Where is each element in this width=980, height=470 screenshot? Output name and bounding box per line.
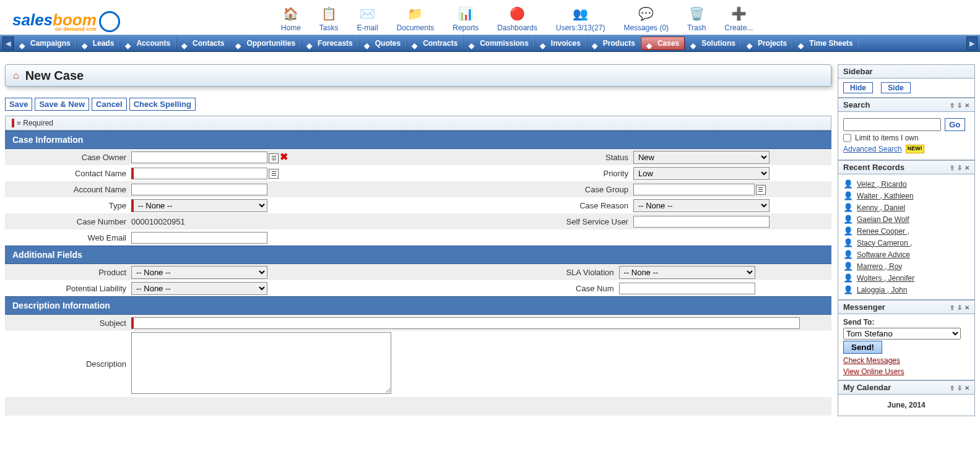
select-type[interactable]: -- None --: [131, 199, 267, 212]
check-messages-link[interactable]: Check Messages: [843, 356, 969, 365]
select-sla[interactable]: -- None --: [619, 266, 755, 279]
menubar-item-label: Cases: [657, 36, 679, 50]
clear-icon[interactable]: ✖: [280, 152, 288, 162]
input-account-name[interactable]: [131, 184, 267, 195]
input-case-owner[interactable]: [131, 152, 267, 163]
recent-record-link[interactable]: Kenny , Daniel: [857, 203, 905, 212]
textarea-description[interactable]: [131, 332, 391, 394]
nav-home[interactable]: 🏠Home: [281, 5, 301, 32]
send-button[interactable]: Send!: [843, 341, 882, 354]
menubar-item-projects[interactable]: ◆Projects: [741, 36, 792, 50]
recent-record-link[interactable]: Wolters , Jennifer: [857, 274, 914, 283]
menubar-item-accounts[interactable]: ◆Accounts: [119, 36, 176, 50]
menubar-item-time-sheets[interactable]: ◆Time Sheets: [792, 36, 858, 50]
menubar-item-campaigns[interactable]: ◆Campaigns: [14, 36, 76, 50]
input-case-num[interactable]: [619, 283, 755, 294]
save-button[interactable]: Save: [5, 98, 32, 111]
menubar-scroll-right[interactable]: ▶: [966, 36, 978, 50]
menubar-item-contracts[interactable]: ◆Contracts: [406, 36, 463, 50]
panel-up-icon[interactable]: ⇧: [950, 385, 955, 391]
panel-close-icon[interactable]: ✕: [965, 164, 969, 171]
recent-record-link[interactable]: Laloggia , John: [857, 286, 907, 294]
select-priority[interactable]: Low: [633, 167, 770, 180]
check-spelling-button[interactable]: Check Spelling: [129, 98, 196, 111]
input-web-email[interactable]: [131, 232, 267, 244]
search-input[interactable]: [843, 118, 941, 131]
panel-close-icon[interactable]: ✕: [965, 304, 969, 311]
label-contact-name: Contact Name: [5, 165, 129, 181]
nav-messages[interactable]: 💬Messages (0): [623, 5, 669, 32]
panel-pin-icon[interactable]: ⇩: [957, 385, 962, 391]
input-contact-name[interactable]: [131, 168, 267, 179]
panel-pin-icon[interactable]: ⇩: [957, 102, 962, 109]
select-case-reason[interactable]: -- None --: [633, 199, 770, 212]
nav-users[interactable]: 👥Users:3/13(27): [556, 5, 605, 32]
select-status[interactable]: New: [633, 151, 770, 164]
calendar-panel-title: My Calendar: [843, 383, 891, 392]
menubar-item-label: Commissions: [480, 36, 529, 50]
nav-documents[interactable]: 📁Documents: [397, 5, 435, 32]
panel-close-icon[interactable]: ✕: [965, 385, 969, 391]
menubar-item-label: Products: [603, 36, 635, 50]
menubar-item-leads[interactable]: ◆Leads: [76, 36, 120, 50]
menubar-item-label: Invoices: [551, 36, 581, 50]
recent-record-link[interactable]: Software Advice: [857, 250, 910, 259]
menubar-item-solutions[interactable]: ◆Solutions: [685, 36, 741, 50]
nav-trash-label: Trash: [687, 24, 706, 32]
menubar-item-forecasts[interactable]: ◆Forecasts: [301, 36, 358, 50]
menubar-item-label: Solutions: [701, 36, 735, 50]
recent-record-link[interactable]: Walter , Kathleen: [857, 192, 914, 200]
menubar-scroll-left[interactable]: ◀: [2, 36, 14, 50]
sidebar-hide-button[interactable]: Hide: [843, 82, 873, 93]
menubar-item-contacts[interactable]: ◆Contacts: [176, 36, 230, 50]
nav-create[interactable]: ➕Create...: [724, 5, 753, 32]
menubar-item-quotes[interactable]: ◆Quotes: [358, 36, 406, 50]
lookup-icon[interactable]: ☰: [269, 153, 279, 163]
panel-up-icon[interactable]: ⇧: [950, 102, 955, 109]
lookup-icon[interactable]: ☰: [756, 185, 766, 195]
panel-up-icon[interactable]: ⇧: [950, 304, 955, 311]
save-new-button[interactable]: Save & New: [35, 98, 89, 111]
menu-icon: ◆: [540, 39, 549, 48]
recent-record-link[interactable]: Gaelan De Wolf: [857, 215, 909, 224]
search-go-button[interactable]: Go: [945, 118, 965, 131]
cancel-button[interactable]: Cancel: [92, 98, 127, 111]
menu-icon: ◆: [235, 39, 244, 48]
recent-record-link[interactable]: Renee Cooper ,: [857, 227, 909, 236]
menubar-item-products[interactable]: ◆Products: [586, 36, 641, 50]
messenger-panel-header: Messenger ⇧⇩✕: [838, 300, 975, 314]
select-potential-liability[interactable]: -- None --: [131, 282, 267, 295]
select-product[interactable]: -- None --: [131, 266, 267, 279]
advanced-search-link[interactable]: Advanced Search: [843, 145, 902, 153]
logo-swirl-icon: [99, 11, 120, 32]
limit-checkbox[interactable]: [843, 134, 851, 142]
menubar-item-cases[interactable]: ◆Cases: [641, 36, 685, 50]
panel-up-icon[interactable]: ⇧: [950, 164, 955, 171]
menubar-item-invoices[interactable]: ◆Invoices: [534, 36, 586, 50]
nav-email[interactable]: ✉️E-mail: [357, 5, 378, 32]
person-icon: 👤: [843, 203, 853, 212]
recent-record-link[interactable]: Marrero , Roy: [857, 262, 902, 271]
label-case-number: Case Number: [5, 213, 129, 229]
panel-pin-icon[interactable]: ⇩: [957, 164, 962, 171]
recent-record-item: 👤Gaelan De Wolf: [843, 213, 969, 225]
menubar-item-opportunities[interactable]: ◆Opportunities: [230, 36, 301, 50]
sendto-select[interactable]: Tom Stefano: [843, 328, 961, 340]
menubar-item-commissions[interactable]: ◆Commissions: [463, 36, 534, 50]
input-subject[interactable]: [131, 317, 800, 329]
nav-tasks[interactable]: 📋Tasks: [319, 5, 339, 32]
recent-record-link[interactable]: Velez , Ricardo: [857, 180, 907, 189]
nav-reports[interactable]: 📊Reports: [453, 5, 479, 32]
nav-dashboards[interactable]: 🔴Dashboards: [497, 5, 537, 32]
panel-close-icon[interactable]: ✕: [965, 102, 969, 109]
recent-record-link[interactable]: Stacy Cameron ,: [857, 239, 912, 247]
panel-pin-icon[interactable]: ⇩: [957, 304, 962, 311]
input-case-group[interactable]: [633, 184, 755, 195]
lookup-icon[interactable]: ☰: [269, 169, 279, 179]
section-additional-fields: Additional Fields: [5, 246, 831, 264]
view-online-users-link[interactable]: View Online Users: [843, 367, 969, 376]
sidebar-side-button[interactable]: Side: [881, 82, 910, 93]
input-self-service[interactable]: [633, 216, 770, 228]
nav-trash[interactable]: 🗑️Trash: [687, 5, 706, 32]
menubar-item-label: Leads: [93, 36, 115, 50]
